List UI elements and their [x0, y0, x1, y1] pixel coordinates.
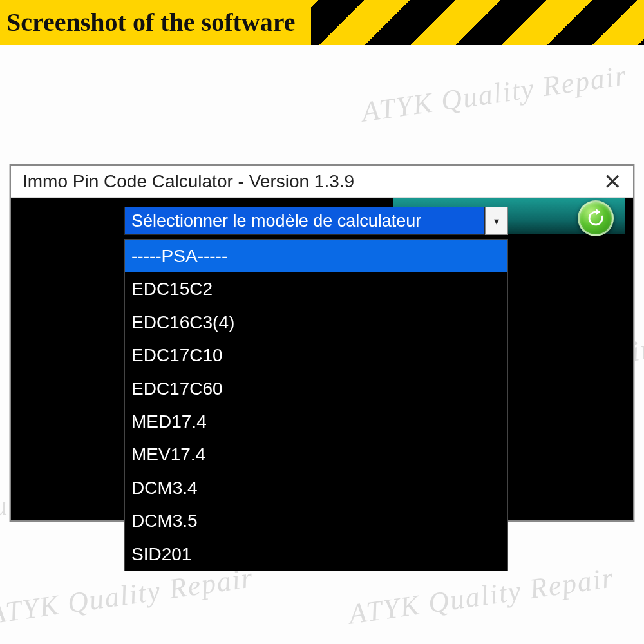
dropdown-option[interactable]: DCM3.4 [125, 471, 507, 504]
hazard-header-bar: Screenshot of the software [0, 0, 644, 45]
chevron-down-icon[interactable]: ▾ [485, 207, 508, 235]
watermark: ATYK Quality Repair [346, 561, 616, 630]
refresh-icon [585, 207, 607, 229]
dropdown-option[interactable]: SID201 [125, 538, 507, 571]
dropdown-option[interactable]: MED17.4 [125, 405, 507, 438]
app-window: Immo Pin Code Calculator - Version 1.3.9… [10, 164, 634, 522]
dropdown-option[interactable]: DCM3.5 [125, 504, 507, 537]
combo-selected-text: Sélectionner le modèle de calculateur [124, 207, 485, 235]
dropdown-option[interactable]: -----PSA----- [125, 240, 507, 272]
page-title: Screenshot of the software [0, 0, 311, 45]
window-title: Immo Pin Code Calculator - Version 1.3.9 [23, 171, 354, 192]
titlebar: Immo Pin Code Calculator - Version 1.3.9… [11, 166, 633, 198]
dropdown-option[interactable]: EDC17C10 [125, 339, 507, 372]
dropdown-option[interactable]: EDC15C2 [125, 272, 507, 305]
dropdown-option[interactable]: EDC16C3(4) [125, 306, 507, 339]
client-area: Sélectionner le modèle de calculateur ▾ … [11, 198, 633, 520]
dropdown-option[interactable]: EDC17C60 [125, 372, 507, 405]
close-button[interactable]: ✕ [603, 171, 621, 193]
watermark: ATYK Quality Repair [359, 59, 629, 128]
refresh-button[interactable] [578, 200, 614, 236]
watermark: ATYK Quality Repair [0, 561, 256, 630]
dropdown-option[interactable]: MEV17.4 [125, 438, 507, 471]
model-select-combo[interactable]: Sélectionner le modèle de calculateur ▾ [124, 207, 508, 235]
model-dropdown-list[interactable]: -----PSA-----EDC15C2EDC16C3(4)EDC17C10ED… [124, 239, 508, 571]
